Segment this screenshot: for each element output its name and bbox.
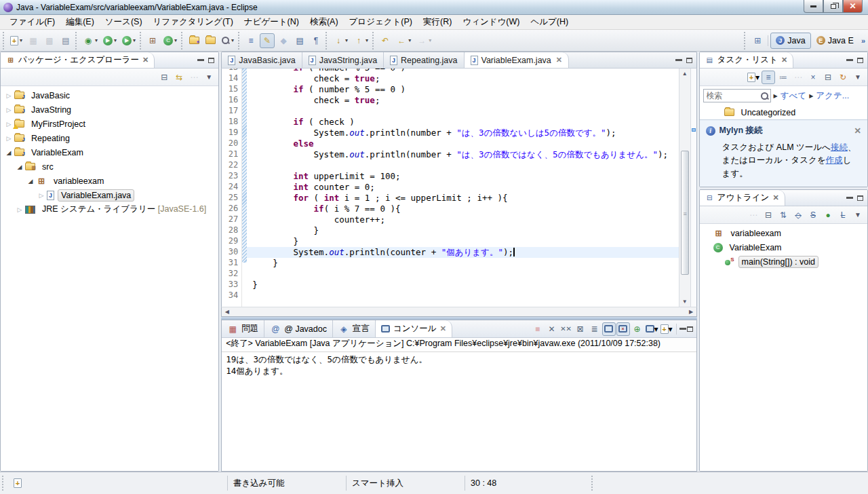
collapse-all-button[interactable]: ⊟ — [157, 71, 171, 84]
code-line[interactable]: for ( int i = 1 ; i <= upperLimit ; i++ … — [247, 193, 678, 204]
open-perspective-button[interactable]: ⊞ — [750, 33, 765, 48]
dismiss-notification-icon[interactable]: ✕ — [854, 126, 861, 136]
outline-tab[interactable]: ⊟ アウトライン ✕ — [700, 190, 785, 206]
perspective-java-button[interactable]: J Java — [770, 33, 810, 49]
expand-arrow-icon[interactable]: ▷ — [36, 192, 47, 199]
cursor-marker[interactable] — [692, 128, 696, 132]
editor-area[interactable]: 1314151617181920212223242526272829303132… — [221, 68, 696, 307]
mark-occurrences-button[interactable]: ✎ — [260, 33, 275, 48]
menu-item[interactable]: 編集(E) — [60, 15, 100, 29]
code-line[interactable]: } — [247, 225, 678, 236]
scroll-left-icon[interactable]: ◀ — [222, 309, 232, 315]
scroll-up-icon[interactable]: ▲ — [679, 69, 690, 79]
view-menu-button[interactable]: ▼ — [851, 71, 865, 84]
synchronize-button[interactable]: ↻ — [836, 71, 850, 84]
menu-item[interactable]: リファクタリング(T) — [148, 15, 239, 29]
expand-arrow-icon[interactable]: ◢ — [14, 164, 25, 170]
hide-completed-button[interactable]: × — [806, 71, 820, 84]
package-explorer-tab[interactable]: ⊞ パッケージ・エクスプローラー ✕ — [1, 52, 155, 68]
view-menu-button[interactable]: ▼ — [851, 208, 865, 222]
code-line[interactable] — [247, 106, 678, 117]
last-edit-location-button[interactable]: ↶ — [378, 33, 393, 48]
dropdown-arrow-icon[interactable]: ▾ — [366, 37, 368, 43]
dropdown-arrow-icon[interactable]: ▾ — [231, 37, 234, 43]
expand-arrow-icon[interactable]: ◢ — [25, 178, 36, 185]
code-line[interactable]: System.out.println(number + "は、3の倍数ないしは5… — [247, 128, 678, 138]
filter-arrow-icon[interactable]: ▶ — [774, 93, 778, 99]
editor-tab[interactable]: JJavaBasic.java — [222, 52, 302, 68]
package-explorer-item[interactable]: ◢⊞src — [1, 159, 218, 174]
expand-arrow-icon[interactable]: ▷ — [3, 135, 14, 142]
package-explorer-item[interactable]: ▷MyFirstProject — [1, 117, 218, 131]
code-line[interactable]: } — [247, 280, 678, 290]
link-with-editor-button[interactable]: ⇆ — [172, 71, 186, 84]
package-explorer-item[interactable]: ▷JJavaString — [1, 102, 218, 117]
maximize-view-button[interactable] — [857, 58, 863, 63]
code-line[interactable]: System.out.println(counter + "個あります。"); — [247, 247, 678, 258]
menu-item[interactable]: ソース(S) — [100, 15, 148, 29]
open-console-button[interactable]: +▾ — [660, 322, 673, 336]
menu-item[interactable]: プロジェクト(P) — [344, 15, 418, 29]
collapse-all-button[interactable]: ⊟ — [821, 71, 835, 84]
maximize-editor-button[interactable] — [686, 58, 692, 63]
scroll-lock-button[interactable]: ≣ — [588, 322, 601, 336]
external-tools-button[interactable]: ▶▾ — [120, 33, 138, 48]
minimize-view-button[interactable] — [679, 328, 686, 330]
minimize-view-button[interactable] — [846, 197, 853, 199]
code-line[interactable]: else — [247, 138, 678, 149]
close-tab-icon[interactable]: ✕ — [556, 56, 562, 64]
show-source-button[interactable]: ▤ — [292, 33, 307, 48]
code-line[interactable]: int counter = 0; — [247, 182, 678, 193]
categorized-view-button[interactable]: ≡ — [762, 71, 775, 84]
minimize-button[interactable] — [804, 0, 823, 13]
scroll-down-icon[interactable]: ▼ — [679, 297, 690, 307]
clear-console-button[interactable]: ⊠ — [574, 322, 587, 336]
close-view-icon[interactable]: ✕ — [781, 56, 787, 64]
perspective-overflow-button[interactable]: » — [861, 37, 865, 45]
sort-button[interactable]: ⇅ — [776, 208, 790, 222]
package-explorer-item[interactable]: ◢JVariableExam — [1, 145, 218, 159]
mylyn-link[interactable]: 作成 — [826, 155, 843, 165]
dropdown-arrow-icon[interactable]: ▾ — [114, 37, 117, 43]
outline-item[interactable]: ⊞variableexam — [700, 226, 867, 240]
dropdown-arrow-icon[interactable]: ▾ — [133, 37, 136, 43]
dropdown-arrow-icon[interactable]: ▾ — [345, 37, 348, 43]
code-line[interactable] — [247, 290, 678, 301]
overview-ruler[interactable] — [690, 69, 696, 307]
editor-vertical-scrollbar[interactable]: ▲ ▼ — [679, 69, 690, 307]
package-explorer-item[interactable]: ▷JRepeating — [1, 131, 218, 145]
code-line[interactable]: counter++; — [247, 214, 678, 225]
package-explorer-item[interactable]: ◢⊞variableexam — [1, 174, 218, 188]
search-button[interactable]: ▾ — [219, 33, 236, 48]
new-class-button[interactable]: C▾ — [161, 33, 179, 48]
code-line[interactable] — [247, 160, 678, 171]
menu-item[interactable]: 検索(A) — [304, 15, 344, 29]
code-line[interactable]: } — [247, 258, 678, 269]
open-resource-button[interactable] — [203, 33, 218, 48]
maximize-view-button[interactable] — [687, 326, 693, 332]
code-area[interactable]: if ( number % 3 == 0 ) check = true; if … — [247, 69, 678, 307]
hide-non-public-button[interactable]: ● — [821, 208, 835, 222]
close-view-icon[interactable]: ✕ — [142, 56, 149, 64]
open-task-button[interactable]: ● — [186, 33, 201, 48]
console-view-tab[interactable]: ▦問題 — [222, 320, 264, 337]
collapse-all-button[interactable]: ⊟ — [762, 208, 775, 222]
dropdown-arrow-icon[interactable]: ▾ — [755, 73, 760, 82]
outline-item[interactable]: Smain(String[]) : void — [700, 254, 867, 269]
debug-button[interactable]: ◉▾ — [81, 33, 100, 48]
view-menu-button[interactable]: ▼ — [202, 71, 216, 84]
show-stdout-button[interactable] — [602, 322, 616, 336]
remove-all-launches-button[interactable]: ✕✕ — [559, 322, 573, 336]
hide-fields-button[interactable]: ◇ — [791, 208, 805, 222]
code-line[interactable]: check = true; — [247, 73, 678, 84]
close-view-icon[interactable]: ✕ — [772, 193, 778, 202]
dropdown-arrow-icon[interactable]: ▾ — [429, 37, 431, 43]
toggle-breadcrumb-button[interactable]: ≡ — [243, 33, 258, 48]
new-java-project-button[interactable]: ⊞ — [145, 33, 160, 48]
maximize-view-button[interactable] — [857, 195, 863, 201]
editor-tab[interactable]: JVariableExam.java✕ — [465, 52, 570, 68]
package-explorer-item[interactable]: ▷JRE システム・ライブラリー [JavaSE-1.6] — [1, 202, 218, 216]
run-button[interactable]: ▶▾ — [101, 33, 119, 48]
code-line[interactable]: if ( number % 3 == 0 ) — [247, 69, 678, 73]
outline-item[interactable]: CVariableExam — [700, 240, 867, 254]
